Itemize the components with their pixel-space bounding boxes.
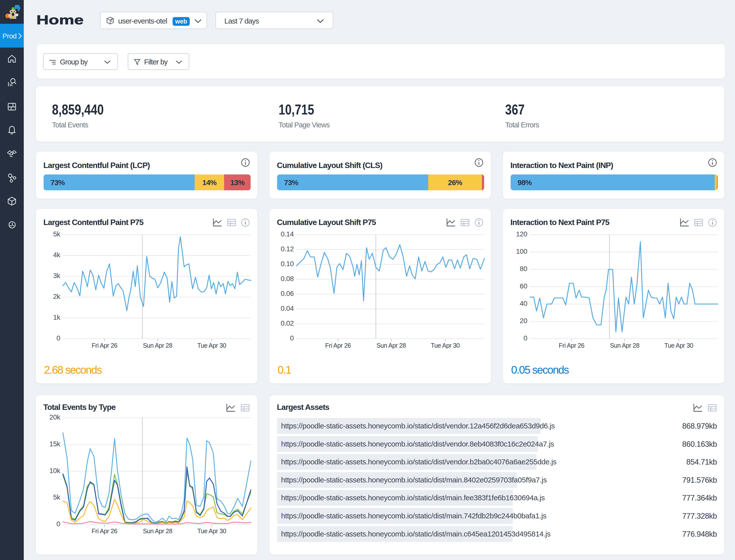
svg-text:Fri Apr 26: Fri Apr 26 (92, 528, 117, 534)
svg-text:80: 80 (520, 265, 527, 273)
svg-text:0.04: 0.04 (281, 305, 294, 312)
svg-text:0: 0 (56, 520, 60, 528)
svg-text:0.14: 0.14 (281, 230, 294, 238)
svg-text:Fri Apr 26: Fri Apr 26 (325, 342, 351, 349)
svg-text:1k: 1k (53, 313, 60, 321)
svg-text:3k: 3k (53, 272, 60, 280)
svg-text:0.06: 0.06 (281, 290, 294, 297)
svg-text:10k: 10k (49, 467, 60, 475)
svg-text:20k: 20k (49, 413, 60, 421)
svg-text:120: 120 (516, 230, 527, 238)
svg-text:2k: 2k (53, 293, 60, 300)
svg-text:15k: 15k (49, 440, 60, 448)
svg-text:40: 40 (520, 300, 527, 307)
svg-text:60: 60 (520, 282, 527, 290)
svg-text:Fri Apr 26: Fri Apr 26 (92, 342, 117, 349)
svg-text:100: 100 (516, 248, 527, 255)
svg-text:5k: 5k (53, 230, 60, 238)
svg-text:0: 0 (523, 334, 527, 342)
svg-text:Sun Apr 28: Sun Apr 28 (376, 342, 406, 349)
svg-text:5k: 5k (53, 493, 60, 501)
svg-text:20: 20 (520, 317, 527, 325)
svg-text:Tue Apr 30: Tue Apr 30 (197, 342, 226, 349)
svg-text:0.02: 0.02 (281, 319, 294, 327)
svg-text:Sun Apr 28: Sun Apr 28 (610, 342, 639, 349)
svg-text:4k: 4k (53, 251, 60, 259)
svg-text:Tue Apr 30: Tue Apr 30 (664, 342, 693, 349)
svg-text:0.10: 0.10 (281, 260, 294, 268)
svg-text:Fri Apr 26: Fri Apr 26 (559, 342, 584, 349)
svg-text:Tue Apr 30: Tue Apr 30 (197, 528, 226, 534)
svg-text:Sun Apr 28: Sun Apr 28 (143, 342, 172, 349)
svg-text:0: 0 (290, 334, 294, 342)
svg-text:Tue Apr 30: Tue Apr 30 (431, 342, 459, 349)
svg-text:0: 0 (56, 334, 60, 342)
svg-text:Sun Apr 28: Sun Apr 28 (143, 528, 172, 534)
svg-text:0.08: 0.08 (281, 275, 294, 282)
svg-text:0.12: 0.12 (281, 245, 294, 253)
